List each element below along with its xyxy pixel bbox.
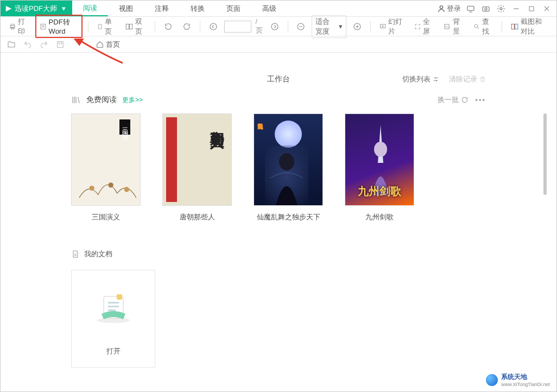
menu-advanced[interactable]: 高级 xyxy=(251,1,287,16)
svg-point-27 xyxy=(374,142,387,157)
pdf-to-word-button[interactable]: PDF转Word xyxy=(35,15,83,38)
book-item[interactable]: 仙魔乱舞之 仙魔乱舞之独步天下 xyxy=(254,113,323,222)
compare-icon xyxy=(511,22,518,31)
refresh-books-button[interactable]: 换一批 xyxy=(438,95,469,105)
save-button[interactable] xyxy=(56,40,65,49)
mydoc-title: 我的文档 xyxy=(84,249,112,259)
app-logo-icon xyxy=(5,5,12,12)
chevron-right-icon xyxy=(270,22,279,31)
rotate-right-button[interactable] xyxy=(179,21,194,33)
main-area: 工作台 切换列表 清除记录 免费阅读 更多>> 换一批 ••• xyxy=(1,53,556,392)
app-menu-dropdown[interactable]: ▾ xyxy=(59,4,68,12)
book-title: 唐朝那些人 xyxy=(162,212,232,222)
switch-icon xyxy=(433,76,439,83)
cover-art xyxy=(265,146,308,205)
svg-rect-31 xyxy=(108,306,119,307)
menubar: 迅读PDF大师 ▾ 阅读 视图 注释 转换 页面 高级 登录 xyxy=(1,1,556,17)
svg-point-26 xyxy=(279,153,294,170)
free-read-section: 免费阅读 更多>> 换一批 ••• 三国演义 三国演义 xyxy=(1,95,556,233)
svg-rect-30 xyxy=(108,302,119,304)
svg-rect-9 xyxy=(41,24,45,29)
svg-point-14 xyxy=(271,23,278,30)
find-button[interactable]: 查找 xyxy=(470,15,496,38)
svg-point-23 xyxy=(89,186,94,191)
switch-list-button[interactable]: 切换列表 xyxy=(402,74,439,84)
background-button[interactable]: 背景 xyxy=(440,15,466,38)
book-item[interactable]: 九州剑歌 九州剑歌 xyxy=(345,113,414,222)
menu-read[interactable]: 阅读 xyxy=(72,1,108,16)
svg-rect-6 xyxy=(11,24,14,26)
print-button[interactable]: 打印 xyxy=(6,15,32,38)
svg-rect-22 xyxy=(58,41,64,47)
home-tab[interactable]: 首页 xyxy=(91,37,125,52)
home-icon xyxy=(96,41,104,48)
trash-icon xyxy=(479,76,486,83)
more-link[interactable]: 更多>> xyxy=(122,96,143,105)
book-title: 三国演义 xyxy=(71,212,141,222)
svg-rect-33 xyxy=(117,294,122,300)
slideshow-button[interactable]: 幻灯片 xyxy=(376,15,408,38)
book-item[interactable]: 唐朝那些人 唐朝那些人 xyxy=(162,113,232,222)
separator xyxy=(88,21,88,32)
menu-annotate[interactable]: 注释 xyxy=(144,1,180,16)
more-options-button[interactable]: ••• xyxy=(475,96,486,104)
svg-point-19 xyxy=(474,24,478,27)
book-cover: 唐朝那些人 xyxy=(162,113,232,206)
menu-view[interactable]: 视图 xyxy=(108,1,144,16)
scrollbar-thumb[interactable] xyxy=(543,113,547,195)
print-icon xyxy=(9,22,16,31)
menubar-right: 登录 xyxy=(437,1,556,16)
open-file-button[interactable] xyxy=(7,40,16,49)
minimize-button[interactable] xyxy=(511,3,522,14)
page-number-input[interactable] xyxy=(224,21,251,33)
single-page-button[interactable]: 单页 xyxy=(94,15,119,38)
workspace-header: 工作台 切换列表 清除记录 xyxy=(1,53,556,95)
maximize-button[interactable] xyxy=(526,3,537,14)
book-item[interactable]: 三国演义 三国演义 xyxy=(71,113,141,222)
separator xyxy=(370,21,371,32)
menu-convert[interactable]: 转换 xyxy=(180,1,216,16)
rotate-left-button[interactable] xyxy=(161,21,176,33)
app-title: 迅读PDF大师 ▾ xyxy=(1,1,72,16)
fullscreen-icon xyxy=(414,22,421,31)
workspace-title: 工作台 xyxy=(267,74,290,84)
svg-rect-20 xyxy=(511,24,514,29)
compare-button[interactable]: 截图和对比 xyxy=(508,15,551,38)
close-button[interactable] xyxy=(541,3,552,14)
camera-icon[interactable] xyxy=(480,3,491,14)
background-icon xyxy=(444,22,450,31)
zoom-select[interactable]: 适合宽度 ▾ xyxy=(312,15,346,38)
redo-button[interactable] xyxy=(40,40,48,49)
separator xyxy=(502,21,502,32)
clear-history-button[interactable]: 清除记录 xyxy=(449,74,486,84)
feedback-icon[interactable] xyxy=(465,3,476,14)
cover-art xyxy=(76,163,140,201)
next-page-button[interactable] xyxy=(267,21,282,33)
svg-point-0 xyxy=(440,5,442,8)
open-document-card[interactable]: 打开 xyxy=(71,270,155,368)
rotate-right-icon xyxy=(182,22,191,31)
menu-page[interactable]: 页面 xyxy=(216,1,251,16)
zoom-in-button[interactable] xyxy=(350,21,365,33)
svg-point-4 xyxy=(500,8,502,10)
mydoc-section: 我的文档 打开 xyxy=(1,233,556,368)
refresh-icon xyxy=(461,96,469,104)
watermark-sub: www.XiTongTianDi.net xyxy=(501,382,550,387)
book-cover: 九州剑歌 xyxy=(345,113,414,206)
book-title: 九州剑歌 xyxy=(345,212,414,222)
login-button[interactable]: 登录 xyxy=(437,4,461,14)
save-icon xyxy=(56,40,65,49)
zoom-out-button[interactable] xyxy=(293,21,308,33)
prev-page-button[interactable] xyxy=(206,21,221,33)
fullscreen-button[interactable]: 全屏 xyxy=(411,15,437,38)
svg-rect-18 xyxy=(445,24,449,28)
free-read-title: 免费阅读 xyxy=(86,95,117,105)
word-icon xyxy=(40,22,46,31)
svg-rect-17 xyxy=(380,24,385,28)
dual-page-button[interactable]: 双页 xyxy=(122,15,149,38)
settings-icon[interactable] xyxy=(496,3,507,14)
separator xyxy=(200,21,200,32)
separator xyxy=(288,21,288,32)
plus-circle-icon xyxy=(353,22,362,31)
undo-button[interactable] xyxy=(23,40,32,49)
